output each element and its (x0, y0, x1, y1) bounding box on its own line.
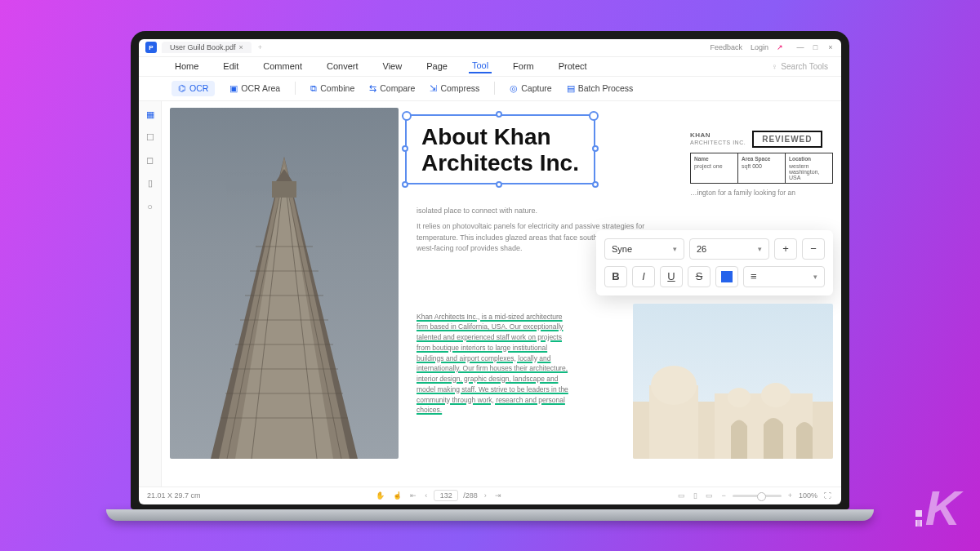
next-page-button[interactable]: › (483, 491, 488, 500)
ribbon-batch[interactable]: ▤ Batch Process (567, 83, 634, 94)
page-dimensions: 21.01 X 29.7 cm (147, 491, 201, 500)
tool-ribbon: ⌬ OCR ▣ OCR Area ⧉ Combine ⇆ Compare ⇲ (139, 77, 841, 101)
screen-bezel: P User Guild Book.pdf × + Feedback Login… (131, 31, 849, 509)
reviewed-badge: REVIEWED (752, 131, 822, 148)
view-mode-icon[interactable]: ▭ (676, 491, 687, 500)
ocr-area-icon: ▣ (229, 83, 238, 94)
prev-page-button[interactable]: ‹ (423, 491, 429, 500)
menu-edit[interactable]: Edit (220, 60, 242, 73)
svg-rect-15 (272, 181, 296, 198)
ribbon-separator (295, 82, 296, 95)
menubar: Home Edit Comment Convert View Page Tool… (139, 57, 841, 77)
svg-marker-16 (276, 169, 292, 181)
menu-view[interactable]: View (380, 60, 406, 73)
minimize-icon[interactable]: — (796, 43, 804, 51)
view-mode-icon[interactable]: ▭ (704, 491, 715, 500)
align-left-icon: ≡ (751, 270, 757, 282)
app-window: P User Guild Book.pdf × + Feedback Login… (139, 39, 841, 504)
body-paragraph: Khan Architects Inc., is a mid-sized arc… (416, 312, 572, 416)
document-canvas[interactable]: KHAN ARCHITECTS INC. REVIEWED Nameprojec… (162, 101, 841, 487)
intro-right: …ington for a family looking for an (690, 189, 833, 198)
page-input[interactable]: 132 (434, 490, 458, 501)
stamp-block: KHAN ARCHITECTS INC. REVIEWED Nameprojec… (690, 131, 833, 198)
bulb-icon: ♀ (772, 62, 778, 71)
first-page-button[interactable]: ⇤ (408, 491, 418, 500)
thumbnails-icon[interactable]: ▦ (145, 109, 156, 121)
increase-size-button[interactable]: + (774, 238, 797, 260)
heading-line1: About Khan (421, 124, 579, 150)
menu-page[interactable]: Page (423, 60, 451, 73)
zoom-slider[interactable] (733, 495, 782, 497)
ribbon-ocr-area[interactable]: ▣ OCR Area (229, 83, 280, 94)
menu-protect[interactable]: Protect (555, 60, 590, 73)
search-tools[interactable]: ♀ Search Tools (772, 62, 828, 71)
bold-button[interactable]: B (604, 266, 627, 287)
select-tool-icon[interactable]: ☝ (391, 491, 403, 500)
zoom-out-button[interactable]: − (719, 491, 727, 500)
ribbon-separator (494, 82, 495, 95)
menu-home[interactable]: Home (172, 60, 202, 73)
close-tab-icon[interactable]: × (239, 43, 243, 51)
ocr-icon: ⌬ (178, 83, 186, 94)
share-icon[interactable]: ↗ (777, 43, 783, 51)
svg-point-22 (761, 383, 791, 407)
menu-comment[interactable]: Comment (260, 60, 305, 73)
text-color-button[interactable] (715, 266, 738, 287)
strikethrough-button[interactable]: S (688, 266, 710, 287)
ribbon-capture[interactable]: ◎ Capture (510, 83, 551, 94)
search-panel-icon[interactable]: ○ (145, 201, 156, 212)
stamp-name: KHAN (690, 131, 710, 139)
attachment-icon[interactable]: ▯ (145, 178, 156, 189)
titlebar: P User Guild Book.pdf × + Feedback Login… (139, 39, 841, 57)
heading-line2: Architects Inc. (421, 150, 579, 176)
ribbon-combine[interactable]: ⧉ Combine (310, 83, 354, 94)
workspace: ▦ ☐ ◻ ▯ ○ (139, 101, 841, 487)
bookmark-icon[interactable]: ☐ (145, 132, 156, 144)
fullscreen-icon[interactable]: ⛶ (822, 491, 833, 500)
last-page-button[interactable]: ⇥ (493, 491, 503, 500)
capture-icon: ◎ (510, 83, 518, 94)
zoom-in-button[interactable]: + (786, 491, 794, 500)
login-link[interactable]: Login (751, 43, 768, 51)
maximize-icon[interactable]: □ (811, 43, 819, 51)
comment-panel-icon[interactable]: ◻ (145, 155, 156, 167)
hand-tool-icon[interactable]: ✋ (374, 491, 386, 500)
feedback-link[interactable]: Feedback (710, 43, 742, 51)
decrease-size-button[interactable]: − (802, 238, 825, 260)
info-table: Nameproject one Area Spacesqft 000 Locat… (690, 153, 833, 184)
menu-tool[interactable]: Tool (469, 59, 492, 73)
mosque-image (633, 304, 833, 459)
font-size-select[interactable]: 26 ▾ (689, 238, 769, 260)
chevron-down-icon: ▾ (813, 273, 817, 281)
menu-convert[interactable]: Convert (323, 60, 362, 73)
statusbar: 21.01 X 29.7 cm ✋ ☝ ⇤ ‹ 132 /288 › ⇥ ▭ ▯… (139, 487, 841, 504)
ribbon-ocr[interactable]: ⌬ OCR (172, 81, 215, 96)
combine-icon: ⧉ (310, 83, 317, 94)
new-tab-button[interactable]: + (258, 43, 262, 51)
left-rail: ▦ ☐ ◻ ▯ ○ (139, 101, 162, 487)
laptop-frame: P User Guild Book.pdf × + Feedback Login… (131, 31, 849, 521)
format-toolbar[interactable]: Syne ▾ 26 ▾ + − (596, 230, 833, 295)
svg-point-19 (651, 366, 697, 405)
italic-button[interactable]: I (632, 266, 655, 287)
align-button[interactable]: ≡ ▾ (743, 266, 825, 287)
chevron-down-icon: ▾ (673, 245, 677, 253)
menu-form[interactable]: Form (510, 60, 537, 73)
compress-icon: ⇲ (430, 83, 437, 94)
underline-button[interactable]: U (660, 266, 683, 287)
stamp-sub: ARCHITECTS INC. (690, 140, 746, 146)
ribbon-compare[interactable]: ⇆ Compare (369, 83, 415, 94)
svg-point-21 (728, 388, 751, 407)
app-icon: P (145, 42, 157, 53)
laptop-base (106, 509, 874, 521)
color-swatch (721, 271, 733, 282)
brand-watermark: K (915, 480, 957, 536)
building-image (170, 108, 399, 459)
close-icon[interactable]: × (826, 43, 835, 51)
ribbon-compress[interactable]: ⇲ Compress (430, 83, 479, 94)
document-tab[interactable]: User Guild Book.pdf × (162, 42, 252, 53)
selected-text-box[interactable]: About Khan Architects Inc. (405, 114, 595, 184)
font-select[interactable]: Syne ▾ (604, 238, 684, 260)
view-mode-icon[interactable]: ▯ (692, 491, 699, 500)
tab-filename: User Guild Book.pdf (170, 43, 236, 51)
